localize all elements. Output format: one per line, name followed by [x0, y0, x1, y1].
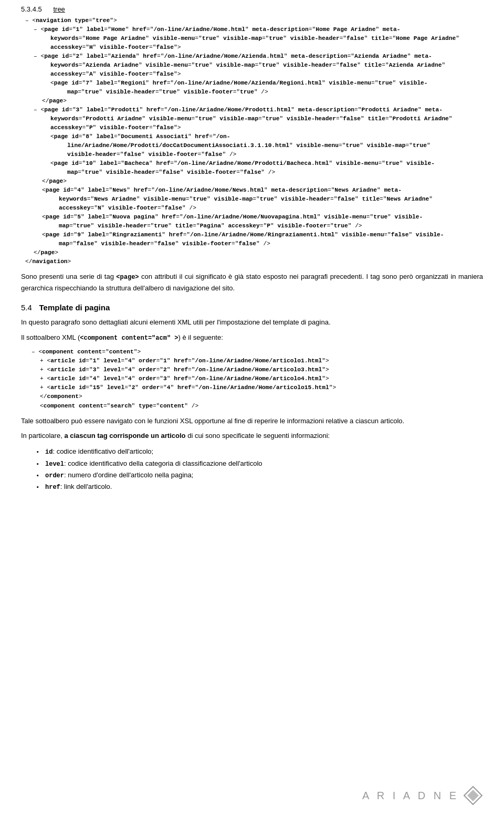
term-id: id: [45, 448, 52, 456]
section-number: 5.3.4.5: [21, 5, 42, 13]
xml-line-6: keywords="Azienda Ariadne" visible-menu=…: [25, 61, 483, 70]
section-5-4-intro1: In questo paragrafo sono dettagliati alc…: [21, 317, 483, 328]
xml-line-16: visible-header="false" visible-footer="f…: [25, 150, 483, 159]
xml-line-10: </page>: [25, 97, 483, 106]
xml-line-5: – <page id="2" label="Azienda" href="/on…: [25, 52, 483, 61]
section-5-4-num: 5.4: [21, 303, 32, 312]
list-item-order: order: numero d'ordine dell'articolo nel…: [37, 469, 483, 481]
comp-line-6: </component>: [32, 392, 483, 401]
list-item-id: id: codice identificativo dell'articolo;: [37, 446, 483, 457]
xml-line-17: <page id="10" label="Bacheca" href="/on-…: [25, 159, 483, 168]
comp-line-2: + <article id="1" level="4" order="1" hr…: [32, 357, 483, 365]
xml-line-1: – <navigation type="tree">: [25, 16, 483, 25]
term-order: order: [45, 472, 64, 479]
xml-line-15: line/Ariadne/Home/Prodotti/docCatDocumen…: [25, 141, 483, 150]
paragraph-particolare: In particolare, a ciascun tag corrispond…: [21, 431, 483, 442]
comp-line-1: – <component content="content">: [32, 348, 483, 357]
xml-line-21: keywords="News Ariadne" visible-menu="tr…: [25, 195, 483, 204]
desc-order: : numero d'ordine dell'articolo nella pa…: [64, 471, 193, 479]
logo-icon: [463, 786, 483, 805]
paragraph-tale: Tale sottoalbero può essere navigato con…: [21, 416, 483, 427]
xml-line-24: map="true" visible-header="true" title="…: [25, 222, 483, 231]
logo-text: A R I A D N E: [362, 790, 459, 802]
xml-line-28: </navigation>: [25, 257, 483, 266]
xml-line-19: </page>: [25, 177, 483, 186]
logo-area: A R I A D N E: [362, 786, 483, 805]
xml-line-27: </page>: [25, 248, 483, 257]
bullet-list: id: codice identificativo dell'articolo;…: [37, 446, 483, 493]
xml-line-12: keywords="Prodotti Ariadne" visible-menu…: [25, 114, 483, 123]
xml-line-9: map="true" visible-header="true" visible…: [25, 88, 483, 97]
xml-line-26: map="false" visible-header="false" visib…: [25, 239, 483, 248]
xml-line-7: accesskey="A" visible-footer="false">: [25, 70, 483, 79]
component-xml-block: – <component content="content"> + <artic…: [32, 348, 483, 410]
xml-line-14: <page id="8" label="Documenti Associati"…: [25, 132, 483, 141]
xml-line-23: <page id="5" label="Nuova pagina" href="…: [25, 213, 483, 222]
xml-line-20: <page id="4" label="News" href="/on-line…: [25, 186, 483, 195]
desc-id: : codice identificativo dell'articolo;: [52, 447, 153, 455]
xml-line-8: <page id="7" label="Regioni" href="/on-l…: [25, 79, 483, 88]
paragraph-after-nav: Sono presenti una serie di tag <page> co…: [21, 271, 483, 294]
term-href: href: [45, 484, 60, 491]
xml-line-3: keywords="Home Page Ariadne" visible-men…: [25, 34, 483, 43]
comp-line-4: + <article id="4" level="4" order="3" hr…: [32, 374, 483, 383]
list-item-href: href: link dell'articolo.: [37, 481, 483, 493]
xml-line-18: map="true" visible-header="false" visibl…: [25, 168, 483, 177]
comp-line-5: + <article id="15" level="2" order="4" h…: [32, 383, 483, 392]
section-title: tree: [53, 5, 65, 13]
comp-line-3: + <article id="3" level="4" order="2" hr…: [32, 365, 483, 374]
section-5-4-title: Template di pagina: [39, 303, 110, 312]
desc-level: : codice identificativo della categoria …: [64, 459, 262, 467]
desc-href: : link dell'articolo.: [60, 483, 112, 490]
xml-line-25: <page id="9" label="Ringraziamenti" href…: [25, 231, 483, 239]
comp-line-7: <component content="search" type="conten…: [32, 402, 483, 411]
term-level: level: [45, 461, 64, 468]
inline-code-component: <component content="acm" >: [80, 334, 178, 342]
section-5-4-intro2: Il sottoalbero XML (<component content="…: [21, 332, 483, 343]
section-5-4-heading: 5.4 Template di pagina: [21, 303, 483, 312]
svg-marker-1: [467, 790, 479, 801]
list-item-level: level: codice identificativo della categ…: [37, 458, 483, 469]
xml-line-22: accesskey="N" visible-footer="false" />: [25, 204, 483, 213]
xml-line-2: – <page id="1" label="Home" href="/on-li…: [25, 25, 483, 34]
xml-line-11: – <page id="3" label="Prodotti" href="/o…: [25, 106, 483, 114]
xml-line-4: accesskey="H" visible-footer="false">: [25, 43, 483, 52]
navigation-xml-block: – <navigation type="tree"> – <page id="1…: [25, 16, 483, 266]
xml-line-13: accesskey="P" visible-footer="false">: [25, 123, 483, 132]
